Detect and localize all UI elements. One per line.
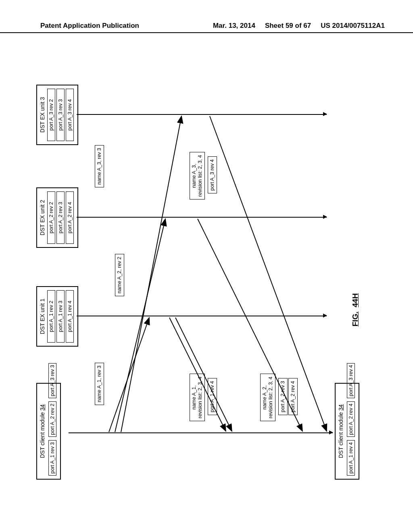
svg-line-4 — [175, 318, 232, 431]
page-header: Patent Application Publication Mar. 13, … — [0, 22, 413, 33]
header-pubno: US 2014/0075112A1 — [321, 22, 385, 30]
svg-line-2 — [121, 116, 181, 432]
sequence-arrows — [36, 60, 375, 480]
header-left: Patent Application Publication — [40, 22, 139, 30]
svg-line-3 — [169, 318, 226, 431]
header-sheet: Sheet 59 of 67 — [265, 22, 311, 30]
svg-line-0 — [109, 318, 149, 432]
header-date: Mar. 13, 2014 — [213, 22, 255, 30]
svg-line-5 — [198, 219, 302, 431]
svg-line-1 — [115, 219, 165, 432]
svg-line-6 — [210, 116, 327, 431]
figure: DST client module 34 port A_1 rev 3 port… — [36, 60, 375, 480]
